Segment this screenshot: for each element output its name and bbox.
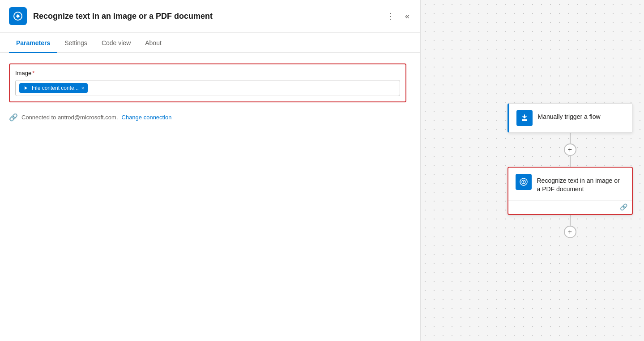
ocr-node-title: Recognize text in an image or a PDF docu… bbox=[537, 173, 625, 194]
connector-line-2 bbox=[570, 156, 571, 166]
trigger-node-title: Manually trigger a flow bbox=[538, 109, 601, 121]
flow-canvas: Manually trigger a flow + Recog bbox=[508, 103, 633, 238]
trigger-node-icon bbox=[516, 109, 533, 126]
connector-1: + bbox=[564, 132, 576, 166]
image-field-section: Image* File content conte... × bbox=[9, 63, 406, 102]
tabs-bar: Parameters Settings Code view About bbox=[0, 33, 420, 53]
required-mark: * bbox=[32, 70, 34, 76]
svg-rect-2 bbox=[522, 119, 527, 121]
tab-code-view[interactable]: Code view bbox=[94, 33, 138, 53]
header-actions: ⋮ « bbox=[384, 9, 411, 23]
left-panel: Recognize text in an image or a PDF docu… bbox=[0, 0, 421, 341]
tab-settings[interactable]: Settings bbox=[57, 33, 94, 53]
connection-text: Connected to antrod@microsoft.com. bbox=[21, 114, 118, 121]
collapse-icon: « bbox=[405, 12, 409, 21]
trigger-node[interactable]: Manually trigger a flow bbox=[508, 103, 633, 132]
panel-title: Recognize text in an image or a PDF docu… bbox=[33, 12, 378, 21]
ocr-node-icon bbox=[516, 173, 532, 189]
tag-close-button[interactable]: × bbox=[81, 85, 84, 91]
panel-content: Image* File content conte... × 🔗 Connect… bbox=[0, 53, 420, 341]
trigger-node-content: Manually trigger a flow bbox=[509, 103, 632, 132]
connection-footer-icon: 🔗 bbox=[620, 203, 627, 210]
svg-point-1 bbox=[17, 15, 19, 17]
connector-line-3 bbox=[570, 215, 571, 226]
ocr-node-footer: 🔗 bbox=[508, 200, 632, 214]
tab-about[interactable]: About bbox=[138, 33, 169, 53]
tab-parameters[interactable]: Parameters bbox=[9, 33, 57, 53]
more-icon: ⋮ bbox=[386, 11, 394, 21]
ocr-node[interactable]: Recognize text in an image or a PDF docu… bbox=[508, 166, 633, 215]
connection-info: 🔗 Connected to antrod@microsoft.com. Cha… bbox=[9, 113, 411, 122]
collapse-button[interactable]: « bbox=[403, 10, 411, 23]
svg-point-5 bbox=[523, 181, 524, 182]
more-options-button[interactable]: ⋮ bbox=[384, 9, 396, 23]
tag-icon bbox=[23, 85, 29, 91]
flow-canvas-panel: Manually trigger a flow + Recog bbox=[421, 0, 644, 341]
image-field-label: Image* bbox=[15, 70, 400, 76]
connector-2: + bbox=[564, 215, 576, 238]
change-connection-link[interactable]: Change connection bbox=[122, 114, 172, 121]
link-icon: 🔗 bbox=[9, 113, 18, 122]
tag-text: File content conte... bbox=[32, 85, 79, 91]
add-step-button-2[interactable]: + bbox=[564, 226, 576, 238]
action-icon bbox=[9, 7, 27, 25]
add-step-button-1[interactable]: + bbox=[564, 143, 576, 156]
connector-line-1 bbox=[570, 132, 571, 143]
file-content-tag: File content conte... × bbox=[19, 83, 88, 93]
ocr-node-content: Recognize text in an image or a PDF docu… bbox=[508, 167, 632, 200]
image-input[interactable]: File content conte... × bbox=[15, 80, 400, 96]
panel-header: Recognize text in an image or a PDF docu… bbox=[0, 0, 420, 33]
